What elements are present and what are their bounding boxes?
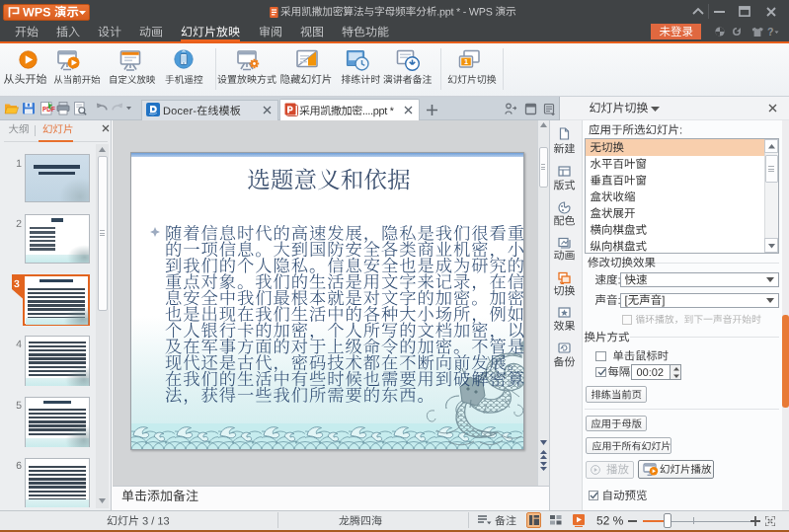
svg-text:?: ? bbox=[767, 27, 773, 37]
svg-text:1: 1 bbox=[464, 57, 468, 66]
